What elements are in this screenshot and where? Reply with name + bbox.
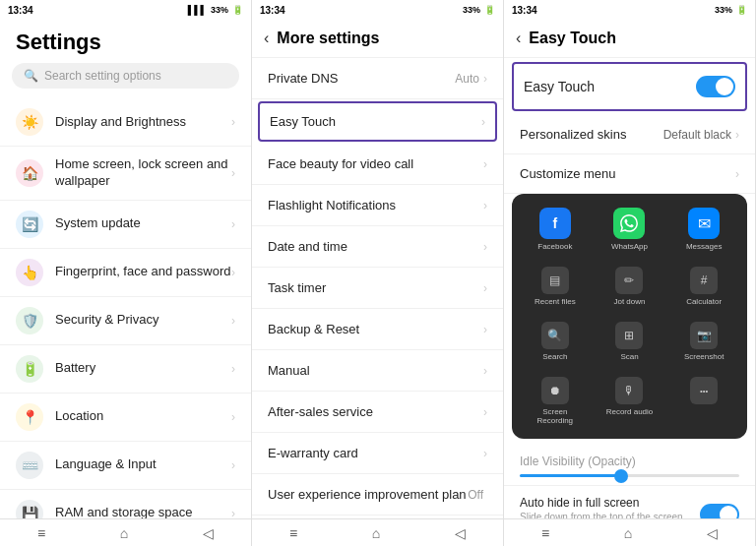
task-timer-arrow: › <box>483 281 487 295</box>
app-scan[interactable]: ⊞ Scan <box>595 316 665 367</box>
battery-icon-1: 🔋 <box>232 5 243 15</box>
auto-hide-fullscreen-toggle[interactable] <box>700 504 739 518</box>
menu-item-location[interactable]: 📍 Location › <box>0 394 251 442</box>
time-1: 13:34 <box>8 5 33 16</box>
row-private-dns[interactable]: Private DNS Auto › <box>252 58 503 99</box>
slider-fill <box>520 474 618 477</box>
status-bar-1: 13:34 ▌▌▌ 33% 🔋 <box>0 0 251 20</box>
row-manual[interactable]: Manual › <box>252 350 503 392</box>
app-whatsapp[interactable]: WhatsApp <box>595 202 665 257</box>
wa-label: WhatsApp <box>611 242 648 251</box>
back-arrow-3[interactable]: ‹ <box>516 30 521 47</box>
ram-icon: 💾 <box>16 500 43 518</box>
display-label: Display and Brightness <box>55 114 231 131</box>
menu-btn-3[interactable]: ≡ <box>541 525 549 541</box>
backup-label: Backup & Reset <box>268 322 483 336</box>
menu-item-system[interactable]: 🔄 System update › <box>0 201 251 249</box>
fingerprint-arrow: › <box>231 266 235 279</box>
ewarranty-arrow: › <box>483 447 487 460</box>
fingerprint-label: Fingerprint, face and password <box>55 264 231 280</box>
back-btn-1[interactable]: ◁ <box>203 525 214 541</box>
easy-touch-header: ‹ Easy Touch <box>504 20 755 58</box>
system-arrow: › <box>231 217 235 231</box>
search-bar[interactable]: 🔍 Search setting options <box>12 63 239 89</box>
menu-item-fingerprint[interactable]: 👆 Fingerprint, face and password › <box>0 249 251 297</box>
row-datetime[interactable]: Date and time › <box>252 226 503 268</box>
recent-icon: ▤ <box>541 267 569 294</box>
app-record-audio[interactable]: 🎙 Record audio <box>595 371 665 431</box>
private-dns-value: Auto <box>455 72 479 86</box>
panel-easy-touch: 13:34 33% 🔋 ‹ Easy Touch Easy Touch Pers… <box>504 0 756 546</box>
calculator-icon: # <box>690 267 718 294</box>
more-settings-title: More settings <box>277 30 379 47</box>
menu-btn-2[interactable]: ≡ <box>289 525 297 541</box>
app-recent[interactable]: ▤ Recent files <box>520 261 591 312</box>
app-calculator[interactable]: # Calculator <box>668 261 739 312</box>
row-task-timer[interactable]: Task timer › <box>252 268 503 309</box>
easy-touch-title: Easy Touch <box>529 30 616 47</box>
row-after-sales[interactable]: After-sales service › <box>252 392 503 433</box>
auto-hide-fullscreen-text: Auto hide in full screen Slide down from… <box>520 496 692 518</box>
display-arrow: › <box>231 115 235 129</box>
datetime-arrow: › <box>483 240 487 254</box>
menu-item-security[interactable]: 🛡️ Security & Privacy › <box>0 297 251 345</box>
more-settings-header: ‹ More settings <box>252 20 503 58</box>
easy-touch-main-row[interactable]: Easy Touch <box>512 62 747 111</box>
app-screen-rec[interactable]: ⏺ Screen Recording <box>520 371 591 431</box>
homescreen-arrow: › <box>231 166 235 180</box>
security-arrow: › <box>231 314 235 328</box>
battery-pct-2: 33% <box>463 5 480 15</box>
time-2: 13:34 <box>260 5 285 16</box>
language-icon: ⌨️ <box>16 452 43 479</box>
menu-item-battery[interactable]: 🔋 Battery › <box>0 345 251 394</box>
app-facebook[interactable]: f Facebook <box>520 202 591 257</box>
face-beauty-arrow: › <box>483 157 487 171</box>
row-personalized[interactable]: Personalized skins Default black › <box>504 115 755 154</box>
row-face-beauty[interactable]: Face beauty for video call › <box>252 144 503 185</box>
menu-btn-1[interactable]: ≡ <box>37 525 45 541</box>
back-btn-2[interactable]: ◁ <box>455 525 466 541</box>
language-arrow: › <box>231 458 235 472</box>
menu-item-display[interactable]: ☀️ Display and Brightness › <box>0 98 251 147</box>
opacity-slider[interactable] <box>520 474 739 477</box>
idle-visibility-row: Idle Visibility (Opacity) <box>504 447 755 486</box>
app-more[interactable]: ••• <box>668 371 739 431</box>
easy-touch-toggle[interactable] <box>696 76 735 97</box>
easy-touch-content: Easy Touch Personalized skins Default bl… <box>504 58 755 518</box>
battery-icon-3: 🔋 <box>736 5 747 15</box>
app-screenshot[interactable]: 📷 Screenshot <box>668 316 739 367</box>
app-search[interactable]: 🔍 Search <box>520 316 591 367</box>
menu-item-homescreen[interactable]: 🏠 Home screen, lock screen and wallpaper… <box>0 147 251 201</box>
back-arrow-2[interactable]: ‹ <box>264 30 269 47</box>
homescreen-icon: 🏠 <box>16 159 43 187</box>
slider-thumb[interactable] <box>614 469 628 483</box>
customize-arrow: › <box>735 167 739 181</box>
menu-item-ram[interactable]: 💾 RAM and storage space › <box>0 490 251 518</box>
auto-hide-fullscreen-row[interactable]: Auto hide in full screen Slide down from… <box>504 486 755 518</box>
after-sales-label: After-sales service <box>268 404 483 419</box>
personalized-label: Personalized skins <box>520 127 663 142</box>
app-messages[interactable]: ✉ Messages <box>668 202 739 257</box>
home-btn-2[interactable]: ⌂ <box>372 525 380 541</box>
system-icon: 🔄 <box>16 211 43 238</box>
home-btn-1[interactable]: ⌂ <box>120 525 128 541</box>
back-btn-3[interactable]: ◁ <box>707 525 718 541</box>
screenshot-icon: 📷 <box>690 322 718 349</box>
row-customize[interactable]: Customize menu › <box>504 154 755 194</box>
private-dns-label: Private DNS <box>268 71 455 86</box>
display-icon: ☀️ <box>16 108 43 136</box>
record-audio-icon: 🎙 <box>615 377 643 404</box>
auto-hide-fullscreen-sub: Slide down from the top of the screen to… <box>520 512 692 518</box>
home-btn-3[interactable]: ⌂ <box>624 525 632 541</box>
row-flashlight[interactable]: Flashlight Notifications › <box>252 185 503 226</box>
row-ewarranty[interactable]: E-warranty card › <box>252 433 503 474</box>
app-jotdown[interactable]: ✏ Jot down <box>595 261 665 312</box>
row-user-exp[interactable]: User experience improvement plan Off <box>252 474 503 516</box>
menu-item-language[interactable]: ⌨️ Language & Input › <box>0 442 251 490</box>
battery-arrow: › <box>231 362 235 376</box>
status-icons-2: 33% 🔋 <box>463 5 495 15</box>
status-icons-1: ▌▌▌ 33% 🔋 <box>188 5 243 15</box>
language-label: Language & Input <box>55 456 231 473</box>
row-backup[interactable]: Backup & Reset › <box>252 309 503 350</box>
row-easy-touch[interactable]: Easy Touch › <box>258 101 497 142</box>
